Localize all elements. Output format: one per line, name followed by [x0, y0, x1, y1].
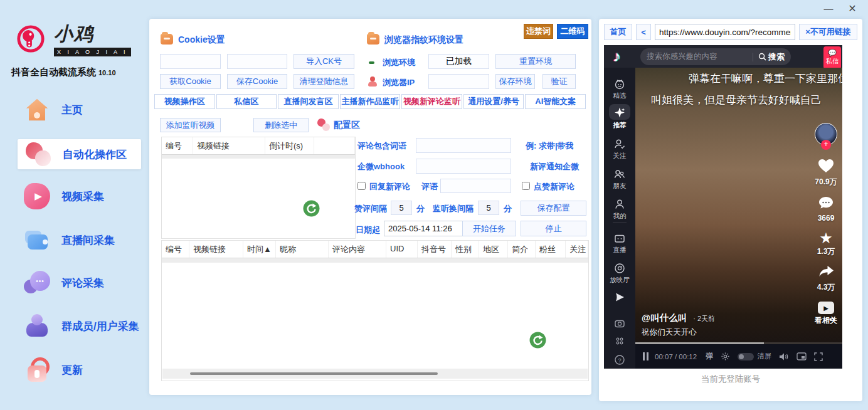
app-version: 10.10 [98, 69, 116, 76]
tab-video-ops[interactable]: 视频操作区 [154, 94, 215, 109]
comment-words-label: 评论包含词语 [357, 140, 406, 152]
col-header: 抖音号 [418, 241, 452, 258]
import-ck-button[interactable]: 导入CK号 [294, 54, 354, 69]
qr-code-button[interactable]: 二维码 [557, 24, 588, 39]
close-button[interactable]: ✕ [845, 3, 859, 15]
reset-env-button[interactable]: 重置环境 [495, 54, 576, 69]
like-interval-value[interactable]: 5 [391, 201, 412, 215]
comment-words-input[interactable] [416, 138, 511, 153]
url-input[interactable] [655, 24, 795, 40]
listen-interval-value[interactable]: 5 [478, 201, 499, 215]
delete-selected-button[interactable]: 删除选中 [253, 118, 309, 132]
sidebar-item-member-collect[interactable]: 群成员/用户采集 [0, 311, 149, 341]
nav-featured[interactable]: 精选 [604, 78, 635, 100]
douyin-logo-icon[interactable]: ♪ [613, 48, 620, 65]
share-icon[interactable] [818, 266, 834, 281]
like-new-comment-checkbox[interactable] [522, 182, 530, 190]
author-row[interactable]: @叫什么叫 · 2天前 [642, 312, 715, 324]
cookie-value-input[interactable] [227, 54, 287, 69]
nav-friends[interactable]: 朋友 [604, 168, 635, 191]
comment-icon[interactable] [818, 196, 834, 213]
tab-live-speak[interactable]: 直播间发言区 [278, 94, 339, 109]
tab-new-post-monitor[interactable]: 主播新作品监听 [340, 94, 401, 109]
tab-new-comment-monitor[interactable]: 视频新评论监听 [401, 94, 462, 109]
date-from-picker[interactable]: 2025-05-14 11:26∨ [384, 221, 472, 236]
invalid-link-button[interactable]: ×不可用链接 [799, 24, 857, 40]
table-row[interactable] [162, 262, 588, 263]
minimize-button[interactable]: — [822, 3, 835, 15]
sidebar-item-update[interactable]: 更新 [0, 355, 149, 385]
nav-shorts[interactable] [604, 291, 635, 303]
col-header: 编号 [162, 241, 189, 258]
monitor-video-table: 编号 视频链接 倒计时(s) [161, 137, 356, 239]
related-videos-button[interactable]: ▶ [818, 302, 834, 314]
scrollbar-thumb[interactable] [190, 372, 438, 375]
save-cookie-button[interactable]: 保存Cookie [227, 74, 287, 89]
nav-live[interactable]: 直播 [604, 232, 635, 255]
col-header: 地区 [479, 241, 508, 258]
danmaku-toggle[interactable]: 弹 [705, 351, 714, 362]
save-config-button[interactable]: 保存配置 [521, 201, 586, 216]
listen-interval-label: 监听换间隔 [433, 203, 474, 214]
like-icon[interactable] [818, 159, 834, 176]
favorite-star-icon[interactable]: ★ [819, 231, 833, 245]
nav-following[interactable]: 关注 [604, 138, 635, 160]
tab-dm[interactable]: 私信区 [216, 94, 277, 109]
col-header: 视频链接 [189, 241, 243, 258]
more-options-icon[interactable]: ••• [825, 315, 836, 324]
settings-gear-icon[interactable] [721, 352, 730, 361]
browser-ip-input[interactable] [428, 74, 489, 89]
col-header: 性别 [452, 241, 479, 258]
wbhook-input[interactable] [416, 159, 511, 174]
fullscreen-icon[interactable] [814, 352, 823, 361]
stop-button[interactable]: 停止 [521, 221, 586, 236]
comment-bubbles-icon [24, 270, 50, 296]
pip-icon[interactable] [797, 352, 807, 360]
follow-plus-button[interactable]: + [821, 140, 831, 150]
start-task-button[interactable]: 开始任务 [462, 221, 516, 236]
author-name[interactable]: @叫什么叫 [642, 313, 687, 323]
sidebar-item-automation[interactable]: 自动化操作区 [18, 139, 141, 169]
table-row[interactable] [162, 158, 355, 159]
camera-icon [613, 317, 626, 330]
get-cookie-button[interactable]: 获取Cookie [160, 74, 221, 89]
verify-button[interactable]: 验证 [542, 74, 576, 89]
folder-icon [161, 34, 173, 45]
cookie-account-input[interactable] [160, 54, 221, 69]
nav-camera[interactable] [604, 317, 635, 330]
save-env-button[interactable]: 保存环境 [495, 74, 535, 89]
browser-back-button[interactable]: < [636, 24, 651, 40]
reply-text-input[interactable] [440, 179, 511, 193]
douyin-search-bar[interactable]: 搜索你感兴趣的内容 搜索 [640, 48, 791, 65]
dm-badge[interactable]: 💬 私信 [823, 46, 841, 69]
sidebar-item-home[interactable]: 主页 [0, 95, 149, 125]
col-header-sort[interactable]: 时间▲ [243, 241, 276, 258]
flower-icon [25, 141, 51, 167]
browser-panel: 首页 < ×不可用链接 ♪ 搜索你感兴趣的内容 搜索 💬 私信 [599, 19, 862, 401]
refresh-icon[interactable] [529, 332, 546, 349]
sidebar-item-comment-collect[interactable]: 评论采集 [0, 268, 149, 298]
sidebar-item-video-collect[interactable]: 视频采集 [0, 181, 149, 211]
nav-apps-grid[interactable] [604, 335, 635, 347]
nav-cinema[interactable]: 放映厅 [604, 262, 635, 285]
help-icon: ? [613, 354, 626, 366]
tab-general-settings[interactable]: 通用设置/养号 [463, 94, 524, 109]
nav-recommend[interactable]: 推荐 [604, 107, 635, 130]
horizontal-scrollbar[interactable] [162, 369, 588, 379]
pause-button[interactable] [643, 352, 648, 360]
clear-screen-toggle[interactable] [738, 353, 754, 360]
refresh-icon[interactable] [303, 200, 320, 217]
add-monitor-video-button[interactable]: 添加监听视频 [160, 118, 221, 132]
nav-help[interactable]: ? [604, 354, 635, 366]
notify-wecom-link[interactable]: 新评通知企微 [530, 161, 579, 172]
nav-mine[interactable]: 我的 [604, 198, 635, 221]
clear-login-button[interactable]: 清理登陆信息 [294, 74, 354, 89]
banned-words-button[interactable]: 违禁词 [524, 24, 553, 39]
search-button[interactable]: 搜索 [758, 51, 785, 63]
sidebar-item-live-collect[interactable]: 直播间采集 [0, 225, 149, 255]
tab-ai-copywriting[interactable]: AI智能文案 [525, 94, 586, 109]
volume-icon[interactable] [779, 352, 789, 361]
video-player[interactable]: 弹幕在干嘛啊，尊重一下家里那位 叫姐很美，但是母亲节去好好喊自己 + 70.9万… [635, 68, 842, 369]
browser-home-button[interactable]: 首页 [604, 24, 632, 40]
reply-new-comment-checkbox[interactable] [357, 182, 366, 190]
